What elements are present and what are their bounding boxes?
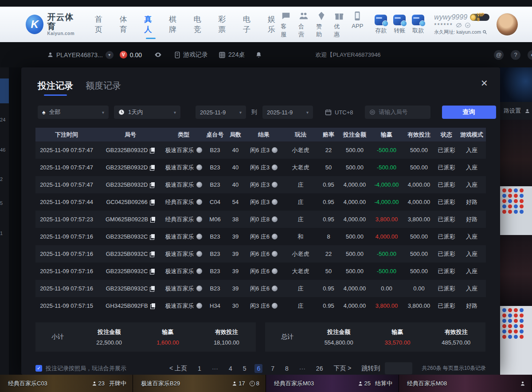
eye-toggle-icon[interactable] <box>154 51 162 59</box>
copy-icon[interactable] <box>150 234 155 239</box>
nav-item-电竞[interactable]: 电竞 <box>194 12 207 37</box>
cell-bet-amount: 4,000.00 <box>339 199 371 205</box>
page-下页 >[interactable]: 下页 > <box>331 364 353 373</box>
quicklink-客服[interactable]: 客服 <box>281 11 291 39</box>
player-account[interactable]: PLAYER46873... ▾ <box>47 51 113 59</box>
page-6[interactable]: 6 <box>254 364 262 373</box>
balance[interactable]: V 0.00 <box>120 51 142 59</box>
brand-logo[interactable]: K 开云体育 Kaiyun.com <box>26 13 80 36</box>
copy-icon[interactable] <box>150 217 155 222</box>
nav-item-真人[interactable]: 真人 <box>144 12 157 37</box>
walletlink-取款[interactable]: 取款 <box>412 15 424 35</box>
table-row[interactable]: 2025-11-09 07:57:16GB2325B0932C极速百家乐B233… <box>35 280 486 297</box>
query-button[interactable]: 查询 <box>442 106 496 119</box>
table-row[interactable]: 2025-11-09 07:57:47GB2325B0932D极速百家乐B234… <box>35 176 486 193</box>
page-7[interactable]: 7 <box>269 364 277 373</box>
page-< 上页[interactable]: < 上页 <box>167 364 189 373</box>
quicklink-APP[interactable]: APP <box>352 11 363 39</box>
cell-status: 已派彩 <box>435 233 458 241</box>
copy-icon[interactable] <box>150 251 155 257</box>
chevron-down-icon: ▾ <box>239 110 242 115</box>
copy-icon[interactable] <box>150 286 155 291</box>
live-table-tile[interactable]: 经典百家乐M0325结算中 <box>266 375 399 392</box>
chevron-down-icon[interactable]: ▾ <box>106 51 113 59</box>
modal-footer: ✓ 投注记录按照局，玩法合并展示 < 上页1···45678···26下页 > … <box>35 362 486 374</box>
cell-win-loss: 0.00 <box>371 285 403 292</box>
cell-game-mode: 入座 <box>458 146 486 154</box>
cell-play: 庄 <box>283 181 318 189</box>
table-row[interactable]: 2025-11-09 07:57:47GB2325B0932D极速百家乐B234… <box>35 159 486 176</box>
col-header-输赢: 输赢 <box>371 131 403 139</box>
quicklink-优惠[interactable]: 优惠 <box>334 11 344 39</box>
quicklink-合营[interactable]: 合营 <box>298 11 309 39</box>
table-row[interactable]: 2025-11-09 07:57:23GM0625B0922B经典百家乐M063… <box>35 211 486 228</box>
date-from-select[interactable]: 2025-11-9 ▾ <box>196 106 246 119</box>
table-row[interactable]: 2025-11-09 07:57:15GH3425B092FB极速百家乐H343… <box>35 297 486 314</box>
avatar[interactable] <box>496 12 519 36</box>
help-icon[interactable]: ? <box>511 50 520 60</box>
table-row[interactable]: 2025-11-09 07:57:16GB2325B0932C极速百家乐B233… <box>35 228 486 245</box>
table-row[interactable]: 2025-11-09 07:57:47GB2325B0932D极速百家乐B234… <box>35 141 486 159</box>
bead <box>514 199 518 203</box>
nav-item-首页[interactable]: 首页 <box>95 12 108 37</box>
magnifier-icon[interactable] <box>482 30 487 35</box>
time-range-select[interactable]: 1天内 ▾ <box>114 106 180 119</box>
viewer-count <box>520 381 525 386</box>
date-to-select[interactable]: 2025-11-9 ▾ <box>262 106 313 119</box>
live-table-tile[interactable]: 极速百家乐B29178 <box>133 375 266 392</box>
bell-icon[interactable] <box>255 51 262 59</box>
eye-off-icon[interactable] <box>456 22 462 28</box>
page-26[interactable]: 26 <box>314 364 325 373</box>
tab-投注记录[interactable]: 投注记录 <box>38 80 73 96</box>
page-1[interactable]: 1 <box>196 364 203 373</box>
merge-checkbox[interactable]: ✓ <box>35 365 42 372</box>
page-4[interactable]: 4 <box>227 364 235 373</box>
table-row[interactable]: 2025-11-09 07:57:44GC0425B09266经典百家乐C045… <box>35 193 486 211</box>
timezone-toggle[interactable]: UTC+8 <box>325 109 353 116</box>
page-5[interactable]: 5 <box>241 364 249 373</box>
col-header-投注金额: 投注金额 <box>339 131 371 139</box>
cell-game-type: 极速百家乐 <box>163 146 204 154</box>
walletlink-转账[interactable]: 转账 <box>393 15 406 35</box>
table-row[interactable]: 2025-11-09 07:57:16GB2325B0932C极速百家乐B233… <box>35 263 486 280</box>
tab-额度记录[interactable]: 额度记录 <box>86 80 121 96</box>
cell-round-count: 39 <box>226 251 245 257</box>
cell-valid-bet: 4,000.00 <box>403 199 435 205</box>
live-table-tile[interactable]: 经典百家乐M08 <box>399 375 532 392</box>
cell-status: 已派彩 <box>435 198 458 206</box>
bead <box>520 308 524 312</box>
nav-item-棋牌[interactable]: 棋牌 <box>169 12 182 37</box>
nav-item-娱乐[interactable]: 娱乐 <box>268 12 281 37</box>
viewer-count: 17 <box>232 380 245 387</box>
copy-icon[interactable] <box>150 148 155 153</box>
page-8[interactable]: 8 <box>283 364 291 373</box>
cell-status: 已派彩 <box>435 267 458 275</box>
copy-icon[interactable] <box>150 200 155 205</box>
copy-icon[interactable] <box>150 182 155 188</box>
cell-odds: 50 <box>318 164 339 171</box>
nav-item-彩票[interactable]: 彩票 <box>218 12 231 37</box>
live-table-tile[interactable]: 经典百家乐C0323开牌中 <box>0 375 133 392</box>
cell-result: 闲6 庄6 <box>245 267 283 275</box>
copy-icon[interactable] <box>150 303 155 309</box>
tables-count[interactable]: 224桌 <box>219 51 245 59</box>
cell-round: GB2325B0932D <box>98 181 163 188</box>
refresh-circle-icon[interactable] <box>465 22 471 28</box>
jump-input[interactable] <box>385 362 412 374</box>
walletlink-存款[interactable]: 存款 <box>375 15 387 35</box>
user-block: wywy9999 VIP 9 ****** 永久网址: <box>434 13 489 35</box>
quicklink-赞助[interactable]: 赞助 <box>316 11 327 39</box>
username: wywy9999 <box>434 13 467 21</box>
nav-item-体育[interactable]: 体育 <box>120 12 133 37</box>
cell-valid-bet: 500.00 <box>403 164 435 171</box>
nav-item-电子[interactable]: 电子 <box>243 12 256 37</box>
game-type-select[interactable]: ♠ 全部 ▾ <box>38 106 109 119</box>
round-search-input[interactable]: 请输入局号 <box>365 106 430 119</box>
copy-icon[interactable] <box>150 165 155 170</box>
settings-icon[interactable]: @ <box>494 50 504 60</box>
more-icon[interactable]: ● <box>528 50 532 60</box>
copy-icon[interactable] <box>150 269 155 274</box>
close-icon[interactable]: × <box>481 77 488 89</box>
game-records-link[interactable]: 游戏记录 <box>174 51 208 59</box>
table-row[interactable]: 2025-11-09 07:57:16GB2325B0932C极速百家乐B233… <box>35 245 486 263</box>
